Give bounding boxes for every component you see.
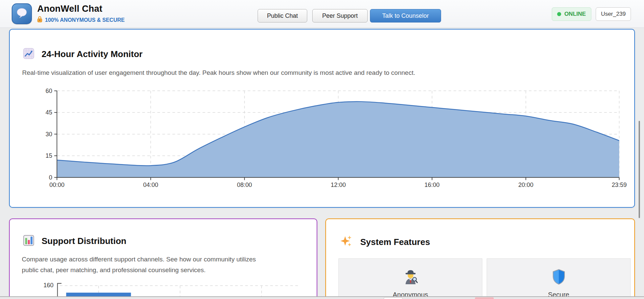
shield-icon <box>552 269 566 286</box>
status-label: ONLINE <box>564 11 586 17</box>
cut-off-element-pink <box>475 297 494 299</box>
online-dot <box>557 12 561 16</box>
status-badge: ONLINE <box>552 7 591 21</box>
svg-text:00:00: 00:00 <box>49 182 64 188</box>
tagline-text: 100% ANONYMOUS & SECURE <box>45 17 125 23</box>
svg-text:45: 45 <box>46 109 52 116</box>
cut-off-element-white <box>384 297 402 299</box>
sparkles-icon <box>339 235 353 249</box>
talk-to-counselor-button[interactable]: Talk to Counselor <box>370 9 441 22</box>
speech-balloon-icon <box>16 7 28 20</box>
page-title: AnonWell Chat <box>37 4 125 14</box>
lock-icon <box>37 16 42 24</box>
detective-icon <box>402 269 419 286</box>
svg-text:60: 60 <box>46 88 52 94</box>
system-features-card: System Features Anonymous Secur <box>325 218 635 299</box>
svg-text:160: 160 <box>44 282 54 289</box>
public-chat-button[interactable]: Public Chat <box>258 9 307 22</box>
svg-text:04:00: 04:00 <box>143 182 158 188</box>
username-badge: User_239 <box>596 7 631 21</box>
feature-tile-anonymous: Anonymous <box>338 258 482 299</box>
svg-text:08:00: 08:00 <box>237 182 252 188</box>
tagline: 100% ANONYMOUS & SECURE <box>37 16 125 24</box>
svg-text:16:00: 16:00 <box>425 182 440 188</box>
features-card-title: System Features <box>360 237 430 247</box>
svg-text:0: 0 <box>49 174 52 181</box>
username-text: User_239 <box>601 11 626 17</box>
support-distribution-card: Support Distribution Compare usage acros… <box>9 218 317 299</box>
viewport-bottom-strip <box>0 296 644 299</box>
activity-chart: 01530456000:0004:0008:0012:0016:0020:002… <box>10 30 634 207</box>
svg-text:15: 15 <box>46 152 52 159</box>
vertical-scrollbar[interactable] <box>639 121 640 218</box>
app-header: AnonWell Chat 100% ANONYMOUS & SECURE Pu… <box>0 0 644 28</box>
main-nav: Public Chat Peer Support Talk to Counsel… <box>258 9 441 22</box>
app-logo <box>12 3 32 24</box>
svg-text:23:59: 23:59 <box>612 182 627 188</box>
support-chart: 160 <box>10 219 317 299</box>
svg-text:12:00: 12:00 <box>331 182 346 188</box>
svg-text:30: 30 <box>46 131 52 138</box>
activity-monitor-card: 24-Hour Activity Monitor Real-time visua… <box>9 29 635 208</box>
svg-text:20:00: 20:00 <box>518 182 533 188</box>
peer-support-button[interactable]: Peer Support <box>312 9 368 22</box>
feature-tile-secure: Secure <box>487 258 631 299</box>
